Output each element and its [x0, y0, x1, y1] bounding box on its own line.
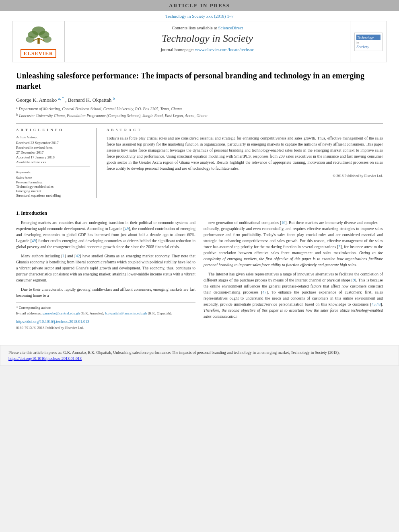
- svg-point-3: [25, 36, 34, 43]
- citation-doi[interactable]: https://doi.org/10.1016/j.techsoc.2018.0…: [8, 356, 82, 361]
- svg-point-4: [43, 36, 51, 43]
- author-b-name: , Bernard K. Okpattah: [65, 97, 111, 103]
- intro-body: Emerging markets are countries that are …: [16, 220, 383, 331]
- email2-author: (B.K. Okpattah).: [148, 311, 173, 315]
- journal-ref-text: Technology in Society xxx (2018) 1–7: [165, 14, 233, 18]
- received2-date: 27 December 2017: [16, 150, 90, 154]
- elsevier-text: ELSEVIER: [21, 49, 57, 58]
- keyword-2: Personal branding: [16, 180, 90, 184]
- email1[interactable]: gamoako@central.edu.gh: [43, 311, 80, 315]
- keyword-4: Emerging market: [16, 189, 90, 193]
- intro-heading: 1. Introduction: [16, 210, 383, 216]
- email-line: E-mail addresses: gamoako@central.edu.gh…: [16, 311, 195, 316]
- aff-b-sup: b: [16, 113, 18, 117]
- elsevier-logo: ELSEVIER: [16, 25, 60, 58]
- keyword-5: Structural equations modelling: [16, 193, 90, 197]
- accepted: Accepted 17 January 2018: [16, 155, 90, 159]
- page: ARTICLE IN PRESS Technology in Society x…: [0, 0, 399, 366]
- received1: Received 22 September 2017: [16, 141, 90, 145]
- journal-name: Technology in Society: [73, 33, 342, 45]
- copyright: © 2018 Published by Elsevier Ltd.: [107, 174, 383, 178]
- tech-society-logo-area: Technology in Society: [350, 21, 387, 62]
- divider: [16, 166, 90, 167]
- introduction-section: 1. Introduction Emerging markets are cou…: [16, 210, 383, 331]
- keyword-3: Technology-enabled sales: [16, 185, 90, 189]
- email1-author: (G.K. Amoako),: [81, 311, 105, 315]
- corresponding-label: * Corresponding author.: [16, 305, 195, 311]
- abstract-col: A B S T R A C T Today's sales force play…: [105, 128, 383, 198]
- homepage-url[interactable]: www.elsevier.com/locate/techsoc: [195, 47, 254, 52]
- elsevier-tree-svg: [21, 25, 57, 47]
- sci-direct-line: Contents lists available at ScienceDirec…: [73, 25, 342, 30]
- affiliation-a: a Department of Marketing, Central Busin…: [16, 106, 383, 112]
- keywords-label: Keywords:: [16, 170, 90, 174]
- info-abstract-section: A R T I C L E I N F O Article history: R…: [16, 123, 383, 202]
- history-label: Article history:: [16, 135, 90, 139]
- citation-text: Please cite this article in press as: G.…: [8, 350, 340, 355]
- aff-a-sup: a: [16, 106, 18, 111]
- tech-logo-in: in: [356, 40, 380, 44]
- authors-line: George K. Amoako a, * , Bernard K. Okpat…: [16, 96, 383, 103]
- received2: Received in revised form: [16, 146, 90, 150]
- keyword-1: Sales force: [16, 176, 90, 180]
- intro-left-col: Emerging markets are countries that are …: [16, 220, 195, 331]
- intro-right-para-2: The Internet has given sales representat…: [204, 271, 383, 319]
- tech-society-logo: Technology in Society: [354, 33, 383, 51]
- citation-bar: Please cite this article in press as: G.…: [0, 345, 399, 366]
- journal-header: ELSEVIER Contents lists available at Sci…: [12, 21, 387, 62]
- abstract-text: Today's sales force play crucial roles a…: [107, 135, 383, 171]
- intro-para-2: Many authors including [1] and [42] have…: [16, 253, 195, 283]
- main-content: Unleashing salesforce performance: The i…: [0, 62, 399, 339]
- header-label: ARTICLE IN PRESS: [169, 2, 230, 8]
- elsevier-logo-area: ELSEVIER: [12, 21, 65, 62]
- article-info-heading: A R T I C L E I N F O: [16, 128, 90, 132]
- intro-para-1: Emerging markets are countries that are …: [16, 220, 195, 250]
- aff-b-text: Lancaster University Ghana, Foundation P…: [19, 113, 208, 119]
- sci-direct-prefix: Contents lists available at: [172, 25, 218, 30]
- author-a-name: George K. Amoako: [16, 97, 57, 103]
- email2[interactable]: b.okpattah@lancaster.edu.gh: [105, 311, 147, 315]
- aff-a-text: Department of Marketing, Central Busines…: [19, 106, 182, 112]
- author-a-sup: a, *: [58, 96, 64, 101]
- header-bar: ARTICLE IN PRESS: [0, 0, 399, 11]
- journal-ref: Technology in Society xxx (2018) 1–7: [0, 11, 399, 21]
- intro-right-col: new generation of multinational companie…: [204, 220, 383, 331]
- intro-right-para-1: new generation of multinational companie…: [204, 220, 383, 268]
- svg-rect-5: [37, 38, 40, 44]
- issn-line: 0160-791X/© 2018 Published by Elsevier L…: [16, 325, 195, 331]
- affiliations: a Department of Marketing, Central Busin…: [16, 106, 383, 119]
- homepage-prefix: journal homepage:: [161, 47, 195, 52]
- tech-logo-t: T: [357, 35, 359, 39]
- tech-logo-society: Society: [356, 44, 380, 49]
- available: Available online xxx: [16, 160, 90, 164]
- sci-direct-link[interactable]: ScienceDirect: [218, 25, 243, 30]
- email-label: E-mail addresses:: [16, 311, 42, 315]
- doi-url[interactable]: https://doi.org/10.1016/j.techsoc.2018.0…: [16, 319, 89, 324]
- journal-center: Contents lists available at ScienceDirec…: [65, 21, 350, 62]
- intro-para-3: Due to their characteristic rapidly grow…: [16, 286, 195, 298]
- tech-logo-top: Technology: [356, 35, 380, 40]
- abstract-heading: A B S T R A C T: [107, 128, 383, 132]
- doi-line[interactable]: https://doi.org/10.1016/j.techsoc.2018.0…: [16, 318, 195, 325]
- affiliation-b: b Lancaster University Ghana, Foundation…: [16, 113, 383, 119]
- article-info-col: A R T I C L E I N F O Article history: R…: [16, 128, 97, 198]
- homepage-line: journal homepage: www.elsevier.com/locat…: [73, 47, 342, 52]
- author-b-sup: b: [113, 96, 115, 101]
- footnote-area: * Corresponding author. E-mail addresses…: [16, 302, 195, 316]
- article-title: Unleashing salesforce performance: The i…: [16, 70, 383, 91]
